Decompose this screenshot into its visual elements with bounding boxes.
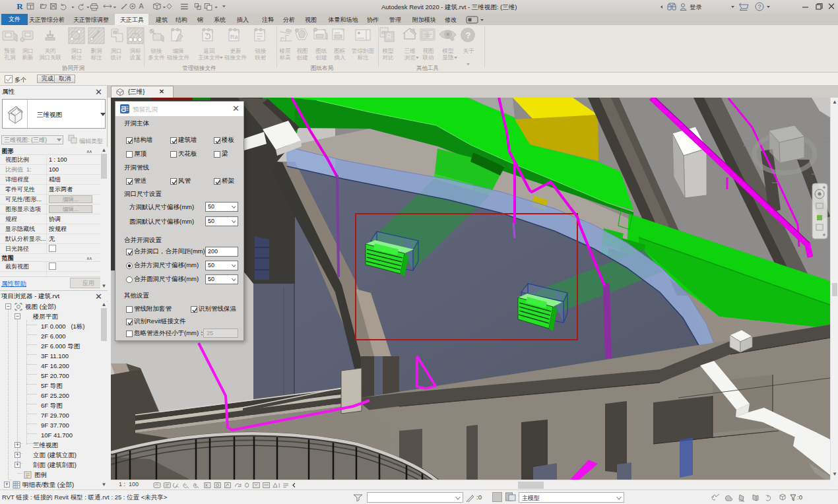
svg-text:?: ? bbox=[758, 3, 761, 10]
svg-text:Ra: Ra bbox=[230, 34, 238, 40]
svg-text:链接: 链接 bbox=[255, 47, 267, 54]
svg-text:三维: 三维 bbox=[404, 47, 416, 54]
svg-text:标高: 标高 bbox=[280, 54, 292, 61]
svg-text:标注: 标注 bbox=[91, 54, 103, 61]
svg-text:创建: 创建 bbox=[296, 54, 309, 61]
svg-text:删洞: 删洞 bbox=[91, 47, 102, 54]
svg-text:统计: 统计 bbox=[111, 54, 123, 61]
svg-text:洞口: 洞口 bbox=[22, 47, 34, 54]
svg-text:图纸: 图纸 bbox=[316, 47, 327, 54]
svg-text:图纸布局: 图纸布局 bbox=[311, 65, 333, 71]
svg-text:图框: 图框 bbox=[335, 47, 346, 54]
svg-text:链接: 链接 bbox=[150, 47, 163, 54]
svg-text:洞口: 洞口 bbox=[71, 47, 82, 54]
svg-text:R: R bbox=[387, 33, 391, 40]
svg-text:管理链接文件: 管理链接文件 bbox=[183, 65, 217, 71]
svg-text:设置: 设置 bbox=[130, 54, 142, 61]
svg-text:管综剖面: 管综剖面 bbox=[352, 47, 375, 54]
svg-text:预留: 预留 bbox=[4, 47, 16, 54]
svg-text:联动: 联动 bbox=[422, 54, 434, 61]
svg-text:浏览: 浏览 bbox=[404, 54, 416, 61]
svg-text:A: A bbox=[139, 2, 145, 10]
svg-text:链接文件: 链接文件 bbox=[166, 54, 190, 61]
svg-text:登录: 登录 bbox=[690, 3, 703, 11]
svg-text:洞标: 洞标 bbox=[130, 47, 142, 54]
svg-text:编辑: 编辑 bbox=[173, 47, 184, 54]
svg-text:模型: 模型 bbox=[442, 47, 455, 54]
svg-text:更新: 更新 bbox=[230, 47, 242, 54]
svg-text:刷新: 刷新 bbox=[22, 54, 34, 61]
svg-text:对比: 对比 bbox=[383, 54, 395, 61]
svg-text:标注: 标注 bbox=[71, 54, 83, 61]
svg-text:显隐: 显隐 bbox=[443, 54, 455, 61]
svg-text:协同开洞: 协同开洞 bbox=[62, 65, 84, 71]
svg-text:多文件: 多文件 bbox=[148, 54, 165, 61]
svg-text:返回: 返回 bbox=[204, 47, 215, 54]
svg-text:链接文件: 链接文件 bbox=[224, 54, 247, 61]
svg-text:插入: 插入 bbox=[334, 54, 346, 61]
svg-text:楼层: 楼层 bbox=[280, 47, 292, 54]
svg-text:孔洞: 孔洞 bbox=[5, 54, 16, 61]
svg-text:?: ? bbox=[466, 30, 471, 40]
svg-text:关闭: 关闭 bbox=[45, 47, 56, 54]
svg-text:R: R bbox=[16, 1, 23, 11]
svg-text:创建: 创建 bbox=[315, 54, 328, 61]
svg-text:模型: 模型 bbox=[382, 47, 395, 54]
svg-text:关于: 关于 bbox=[463, 47, 475, 54]
svg-text:主体文件: 主体文件 bbox=[198, 54, 221, 61]
svg-text:映射: 映射 bbox=[255, 54, 267, 61]
svg-text:视图: 视图 bbox=[423, 47, 434, 54]
svg-text:其他工具: 其他工具 bbox=[416, 65, 439, 71]
svg-text:洞口关联: 洞口关联 bbox=[39, 54, 62, 61]
svg-text:洞口: 洞口 bbox=[111, 47, 122, 54]
svg-text:标注: 标注 bbox=[358, 54, 370, 61]
svg-text:视图: 视图 bbox=[297, 47, 308, 54]
